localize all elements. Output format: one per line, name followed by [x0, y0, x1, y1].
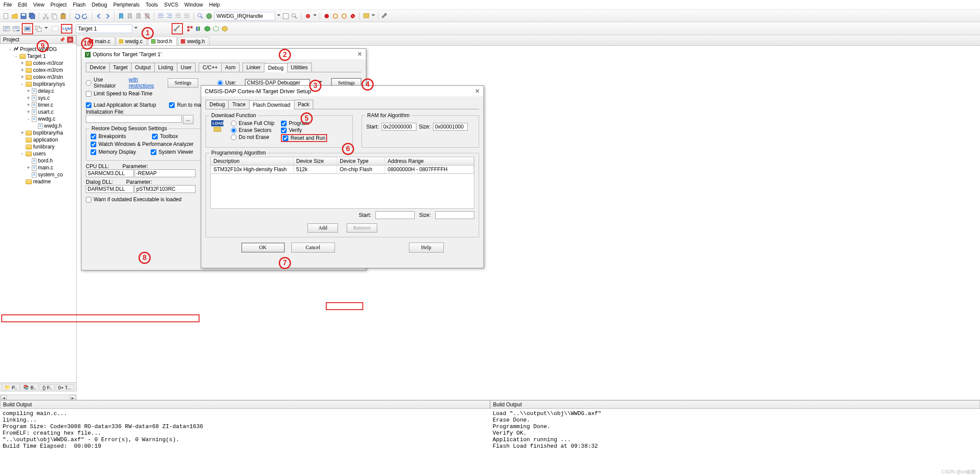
- menu-file[interactable]: File: [3, 2, 12, 8]
- build-icon[interactable]: [12, 25, 20, 33]
- bookmark-icon[interactable]: [118, 13, 125, 20]
- globe-icon[interactable]: [206, 13, 213, 20]
- opt-tab-user[interactable]: User: [177, 63, 196, 72]
- bookmark-clear-icon[interactable]: [144, 13, 151, 20]
- project-tree[interactable]: -🗲 Project: WWDG -Target 1 +cotex-m3/cor…: [0, 44, 76, 382]
- tree-item[interactable]: wwdg.h: [32, 122, 74, 129]
- reset-run-check[interactable]: Reset and Run: [281, 134, 327, 142]
- build-output-right[interactable]: Load "..\\output\\obj\\WWDG.axf" Erase D…: [490, 409, 980, 476]
- tree-item[interactable]: readme: [20, 178, 74, 185]
- goto-icon[interactable]: [282, 13, 289, 20]
- target-chevron-icon[interactable]: [134, 27, 138, 30]
- window-chevron-icon[interactable]: [372, 14, 375, 18]
- tree-item[interactable]: +sys.c: [26, 95, 74, 101]
- menu-peripherals[interactable]: Peripherals: [113, 2, 140, 8]
- pack-config-icon[interactable]: [221, 25, 228, 32]
- sim-settings-button[interactable]: Settings: [168, 78, 198, 88]
- tab-wwdg-c[interactable]: wwdg.c: [116, 37, 147, 45]
- driver-help-button[interactable]: Help: [409, 243, 444, 253]
- dialog-param-input[interactable]: [135, 185, 196, 193]
- debug-chevron-icon[interactable]: [313, 14, 317, 18]
- tree-item[interactable]: +cotex-m3/cm: [20, 67, 74, 74]
- redo-icon[interactable]: [82, 13, 89, 20]
- tree-item[interactable]: +delay.c: [26, 88, 74, 95]
- paste-icon[interactable]: [60, 13, 67, 20]
- tree-item[interactable]: +usart.c: [26, 108, 74, 115]
- tree-item[interactable]: +bsplibrary/ha: [20, 129, 74, 136]
- opt-tab-debug[interactable]: Debug: [264, 63, 287, 72]
- menu-tools[interactable]: Tools: [146, 2, 158, 8]
- erase-full-radio[interactable]: Erase Full Chip: [231, 120, 274, 126]
- restrictions-link[interactable]: with restrictions: [129, 77, 159, 89]
- tree-item[interactable]: -wwdg.c: [26, 115, 74, 122]
- drv-tab-trace[interactable]: Trace: [228, 100, 249, 109]
- drv-tab-debug[interactable]: Debug: [206, 100, 229, 109]
- build-output-left[interactable]: compiling main.c... linking... Program S…: [0, 409, 490, 476]
- bookmark-prev-icon[interactable]: [126, 13, 133, 20]
- options-icon[interactable]: [173, 25, 181, 33]
- use-simulator-radio[interactable]: Use Simulator: [86, 77, 120, 89]
- cut-icon[interactable]: [42, 13, 49, 20]
- opt-tab-output[interactable]: Output: [131, 63, 155, 72]
- nav-fwd-icon[interactable]: [104, 13, 111, 20]
- chk-sysview[interactable]: System Viewer: [151, 149, 193, 155]
- ram-size-input[interactable]: [433, 123, 468, 131]
- tab-wwdg-h[interactable]: wwdg.h: [178, 37, 210, 45]
- window-icon[interactable]: [363, 13, 370, 20]
- menu-project[interactable]: Project: [51, 2, 67, 8]
- driver-close-icon[interactable]: ✕: [475, 88, 480, 95]
- batch-build-icon[interactable]: [35, 25, 43, 33]
- tab-functions[interactable]: {} F..: [40, 384, 54, 391]
- dialog-dll-input[interactable]: [86, 185, 134, 193]
- translate-icon[interactable]: [3, 25, 10, 33]
- save-icon[interactable]: [20, 13, 27, 20]
- chk-toolbox[interactable]: Toolbox: [152, 133, 178, 139]
- menu-svcs[interactable]: SVCS: [164, 2, 179, 8]
- load-app-check[interactable]: Load Application at Startup: [86, 102, 156, 108]
- tree-item[interactable]: +main.c: [26, 164, 74, 171]
- symbol-combo[interactable]: [214, 12, 275, 20]
- drv-tab-flash[interactable]: Flash Download: [249, 100, 294, 109]
- indent-right-icon[interactable]: [166, 13, 173, 20]
- opt-tab-device[interactable]: Device: [86, 63, 110, 72]
- no-erase-radio[interactable]: Do not Erase: [231, 134, 274, 140]
- close-panel-icon[interactable]: ✕: [67, 37, 73, 43]
- menu-edit[interactable]: Edit: [18, 2, 27, 8]
- pack-check-icon[interactable]: [213, 25, 220, 32]
- tree-item[interactable]: +cotex-m3/cor: [20, 60, 74, 67]
- driver-cancel-button[interactable]: Cancel: [291, 243, 335, 253]
- bp-clear-icon[interactable]: [349, 13, 356, 20]
- new-icon[interactable]: [3, 13, 10, 20]
- chk-memory[interactable]: Memory Display: [91, 149, 136, 155]
- init-file-browse[interactable]: ...: [183, 115, 193, 124]
- options-close-icon[interactable]: ✕: [357, 51, 362, 57]
- batch-chevron-icon[interactable]: [44, 27, 48, 30]
- menu-view[interactable]: View: [33, 2, 44, 8]
- tree-item[interactable]: +timer.c: [26, 101, 74, 108]
- opt-tab-target[interactable]: Target: [109, 63, 132, 72]
- combo-chevron-icon[interactable]: [277, 14, 280, 18]
- cpu-dll-input[interactable]: [86, 169, 134, 177]
- tree-item[interactable]: system_co: [26, 171, 74, 178]
- bp-red-icon[interactable]: [323, 13, 330, 20]
- tab-templates[interactable]: 0+ T...: [56, 384, 74, 391]
- bp-orange-icon[interactable]: [332, 13, 339, 20]
- tab-bord-h[interactable]: bord.h: [148, 37, 177, 45]
- download-icon[interactable]: LOAD: [61, 24, 72, 34]
- bp-yellow-icon[interactable]: [341, 13, 348, 20]
- ram-start-input[interactable]: [382, 123, 416, 131]
- run-to-main-check[interactable]: Run to ma: [169, 102, 201, 108]
- alg-remove-button[interactable]: Remove: [347, 223, 377, 233]
- opt-tab-linker[interactable]: Linker: [243, 63, 265, 72]
- cpu-param-input[interactable]: [135, 169, 196, 177]
- alg-list-row[interactable]: STM32F10x High-density Flash 512k On-chi…: [210, 165, 474, 174]
- find2-icon[interactable]: [291, 13, 298, 20]
- tree-item[interactable]: -users: [20, 150, 74, 157]
- drv-tab-pack[interactable]: Pack: [294, 100, 314, 109]
- uncomment-icon[interactable]: [183, 13, 190, 20]
- alg-start-input[interactable]: [375, 211, 415, 219]
- init-file-input[interactable]: [86, 115, 182, 123]
- nav-back-icon[interactable]: [95, 13, 102, 20]
- books-icon[interactable]: [195, 25, 202, 32]
- indent-left-icon[interactable]: [157, 13, 164, 20]
